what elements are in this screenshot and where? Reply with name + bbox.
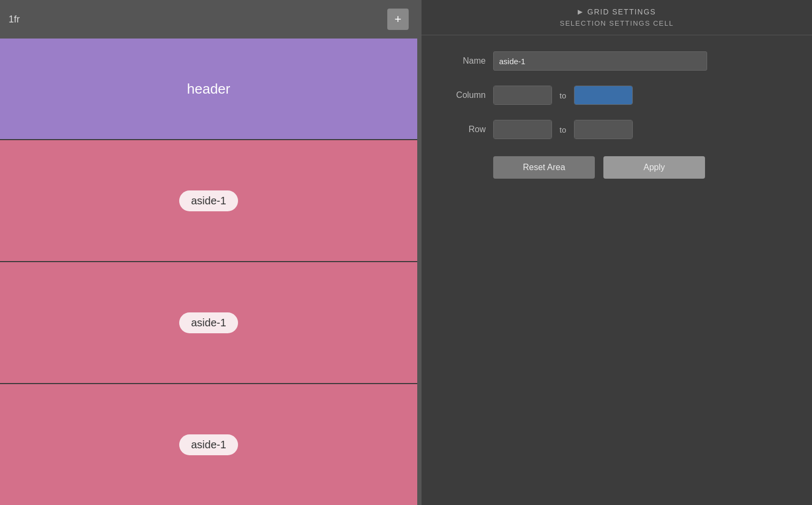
row-from-spinner: ▲ ▼ — [493, 120, 552, 139]
aside-2-label: aside-1 — [179, 312, 238, 333]
action-buttons: Reset Area Apply — [443, 156, 791, 179]
aside-1-label: aside-1 — [179, 190, 238, 211]
column-row: Column ▲ ▼ to ▲ ▼ — [443, 86, 791, 105]
row-to-input[interactable] — [574, 120, 633, 139]
row-from-input[interactable] — [494, 120, 552, 139]
row-to-label: to — [560, 125, 566, 134]
cell-aside-2[interactable]: aside-1 — [0, 262, 417, 384]
collapse-arrow-icon[interactable]: ▶ — [578, 8, 584, 16]
column-header-label: 1fr — [9, 14, 20, 25]
left-panel: 1fr + header aside-1 aside-1 aside-1 — [0, 0, 417, 505]
cell-header-label: header — [187, 81, 231, 97]
aside-3-label: aside-1 — [179, 434, 238, 455]
reset-area-button[interactable]: Reset Area — [493, 156, 595, 179]
column-to-label: to — [560, 91, 566, 100]
column-from-input[interactable] — [494, 86, 552, 104]
apply-button[interactable]: Apply — [603, 156, 705, 179]
row-label: Row — [443, 125, 486, 134]
name-input[interactable] — [493, 51, 707, 71]
column-header: 1fr + — [0, 0, 417, 39]
right-panel: ▶ GRID SETTINGS SELECTION SETTINGS CELL … — [422, 0, 812, 505]
panel-divider — [417, 0, 422, 505]
name-label: Name — [443, 56, 486, 66]
row-to-spinner: ▲ ▼ — [574, 120, 633, 139]
row-row: Row ▲ ▼ to ▲ ▼ — [443, 120, 791, 139]
cell-header[interactable]: header — [0, 39, 417, 140]
column-to-input[interactable] — [574, 86, 633, 104]
column-from-spinner: ▲ ▼ — [493, 86, 552, 105]
cell-aside-3[interactable]: aside-1 — [0, 384, 417, 505]
grid-settings-title: GRID SETTINGS — [587, 7, 656, 16]
right-header: ▶ GRID SETTINGS SELECTION SETTINGS CELL — [422, 0, 812, 35]
settings-body: Name Column ▲ ▼ to ▲ ▼ — [422, 35, 812, 195]
column-to-spinner: ▲ ▼ — [574, 86, 633, 105]
panel-subtitle: SELECTION SETTINGS CELL — [560, 19, 674, 33]
cell-aside-1[interactable]: aside-1 — [0, 140, 417, 262]
name-row: Name — [443, 51, 791, 71]
column-label: Column — [443, 90, 486, 100]
grid-area: header aside-1 aside-1 aside-1 — [0, 39, 417, 505]
add-column-button[interactable]: + — [387, 9, 409, 30]
panel-title: ▶ GRID SETTINGS — [578, 7, 656, 16]
